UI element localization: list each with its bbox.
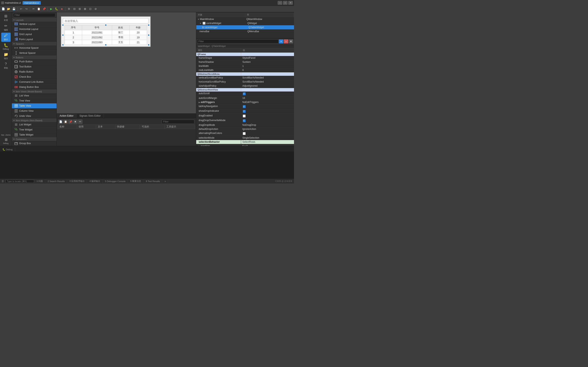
prop-row-hscroll[interactable]: horizontalScrollBarPolicy ScrollBarAsNee… [196,80,294,84]
toolbar-new-button[interactable]: 📄 [1,7,6,11]
category-buttons[interactable]: ▼ Buttons [12,56,57,59]
action-delete-button[interactable]: ✖ [73,119,78,124]
handle-tl[interactable] [62,24,64,26]
prop-row-midlinewidth[interactable]: midLineWidth 0 [196,68,294,72]
filter-add-button[interactable]: + [279,39,283,43]
checkbox-tabkeynavigation[interactable] [243,105,246,108]
widget-table-widget[interactable]: Table Widget [12,132,57,137]
handle-bm[interactable] [105,44,107,46]
widget-grid-layout[interactable]: Grid Layout [12,32,57,37]
toolbar-undo-button[interactable]: ↩ [18,7,24,11]
action-copy-button[interactable]: 📋 [63,119,68,124]
widget-push-button[interactable]: Push Button [12,59,57,64]
prop-row-autoscroll[interactable]: autoScroll [196,92,294,96]
sidebar-item-help[interactable]: ? 帮助 [1,61,11,70]
toolbar-debug-button[interactable]: 🐛 [54,7,59,11]
toolbar-save-button[interactable]: 💾 [11,7,16,11]
widget-group-box[interactable]: Title Group Box [12,141,57,146]
tree-row-menubar[interactable]: menuBar QMenuBar [196,29,294,33]
toolbar-stop-button[interactable]: ■ [60,7,64,11]
widget-tool-button[interactable]: OK Tool Button [12,64,57,69]
active-file-tab[interactable]: mainwindow.ui [22,1,41,5]
prop-row-selectionmode[interactable]: selectionMode SingleSelection [196,136,294,140]
tree-row-tablewidget[interactable]: ⊞tableWidget QTableWidget [196,25,294,29]
toolbar-layout-h-button[interactable]: ⊟ [72,7,77,11]
properties-filter-input[interactable] [197,39,278,43]
toolbar-break-layout-button[interactable]: ⊘ [93,7,98,11]
minimize-button[interactable]: – [278,1,282,5]
category-item-widgets[interactable]: ▼ Item Widgets (Item-Based) [12,119,57,122]
prop-row-tabkeynavigation[interactable]: tabKeyNavigation [196,104,294,109]
checkbox-dragenabled[interactable] [243,115,246,117]
status-tab-appoutput[interactable]: 3 应用程序输出 [67,179,87,183]
toolbar-layout-g-button[interactable]: ⊠ [82,7,87,11]
tab-action-editor[interactable]: Action Editor [57,114,77,118]
prop-row-vscroll[interactable]: verticalScrollBarPolicy ScrollBarAsNeede… [196,76,294,80]
status-tab-compileoutput[interactable]: 4 编译输出 [87,179,103,183]
status-tab-searchresults[interactable]: 2 Search Results [45,180,67,183]
category-containers[interactable]: ▼ Containers [12,137,57,141]
prop-row-frameshadow[interactable]: frameShadow Sunken [196,60,294,64]
prop-row-autoscrollmargin[interactable]: autoScrollMargin 16 [196,96,294,100]
prop-row-iconsize[interactable]: ▶ iconSize 0 x 0 [196,144,294,146]
prop-row-dragdropoverwrite[interactable]: dragDropOverwriteMode [196,118,294,123]
sidebar-item-design[interactable]: 🖊 设计 [1,33,11,42]
action-paste-button[interactable]: 📌 [68,119,73,124]
handle-tm[interactable] [105,24,107,26]
handle-tr[interactable] [148,24,149,26]
widget-vertical-layout[interactable]: Vertical Layout [12,22,57,27]
status-panel-toggle[interactable]: ☰ [2,180,4,183]
widget-dialog-button-box[interactable]: Dialog Button Box [12,85,57,90]
prop-row-dragenabled[interactable]: dragEnabled [196,114,294,118]
prop-row-showdropindicator[interactable]: showDropIndicator [196,109,294,114]
handle-mr[interactable] [148,34,149,36]
toolbar-layout-f-button[interactable]: ⊡ [88,7,93,11]
design-canvas[interactable]: 序号 学号 姓名 年龄 1 20221091 张三 [57,12,196,113]
canvas-text-input[interactable] [63,18,149,24]
toolbar-paste-button[interactable]: 📌 [42,7,47,11]
prop-row-selectionbehavior[interactable]: selectionBehavior SelectRows [196,140,294,144]
prop-row-linewidth[interactable]: lineWidth 1 [196,64,294,68]
status-tab-debuggerconsole[interactable]: 5 Debugger Console [103,180,128,183]
widget-command-link-button[interactable]: Command Link Button [12,80,57,85]
prop-row-edittriggers[interactable]: ▶ editTriggers NoEditTriggers [196,100,294,104]
restore-button[interactable]: □ [283,1,287,5]
status-tab-more[interactable]: » [163,180,168,183]
filter-more-button[interactable]: ✕ [289,39,293,43]
prop-row-sizeadjust[interactable]: sizeAdjustPolicy AdjustIgnored [196,84,294,88]
sidebar-item-debug[interactable]: 🐛 Debug [1,42,11,51]
checkbox-dragdropoverwrite[interactable] [243,119,246,122]
status-tab-summary[interactable]: 6 概要信息 [128,179,143,183]
status-search-input[interactable] [6,180,34,183]
toolbar-layout-v-button[interactable]: ⊞ [77,7,82,11]
checkbox-showdropindicator[interactable] [243,110,246,113]
sidebar-item-styl-demo[interactable]: Styl...Demo [1,133,11,137]
widget-undo-view[interactable]: Undo View [12,114,57,119]
widget-list-view[interactable]: List View [12,93,57,98]
widget-vertical-spacer[interactable]: Vertical Spacer [12,50,57,56]
debug-left-button[interactable]: 🐛 Debug [0,148,15,151]
toolbar-settings-button[interactable]: ⚙ [67,7,71,11]
toolbar-run-button[interactable]: ▶ [49,7,54,11]
status-tab-testresults[interactable]: 8 Test Results [144,180,162,183]
handle-ml[interactable] [62,34,64,36]
widget-form-layout[interactable]: Form Layout [12,37,57,42]
widget-list-widget[interactable]: List Widget [12,122,57,127]
category-spacers[interactable]: ▼ Spacers [12,42,57,45]
widget-radio-button[interactable]: Radio Button [12,69,57,75]
widget-column-view[interactable]: Column View [12,108,57,114]
sidebar-item-debug-bottom[interactable]: 🖥 Debug [1,137,11,145]
widget-horizontal-layout[interactable]: Horizontal Layout [12,27,57,32]
tree-row-mainwindow[interactable]: ▼MainWindow QMainWindow [196,17,294,21]
checkbox-autoscroll[interactable] [243,92,246,95]
widget-table-view[interactable]: Table View [12,103,57,108]
toolbar-copy-button[interactable]: 📋 [36,7,41,11]
widget-filter-input[interactable] [13,13,55,17]
action-edit-button[interactable]: ✏ [78,119,82,124]
widget-tree-view[interactable]: Tree View [12,98,57,103]
action-filter-input[interactable] [162,120,194,124]
checkbox-alternatingrowcolors[interactable] [243,132,246,135]
filter-remove-button[interactable]: – [284,39,288,43]
category-layouts[interactable]: ▼ Layouts [12,18,57,22]
sidebar-item-edit[interactable]: ✏ 编辑 [1,23,11,32]
